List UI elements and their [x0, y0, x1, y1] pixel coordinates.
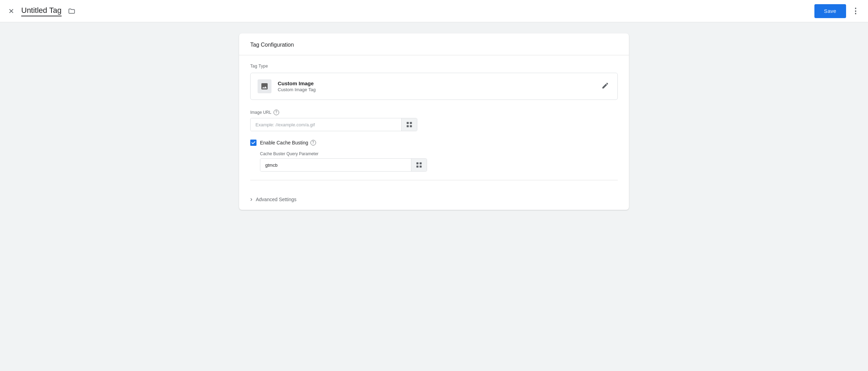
checkmark-icon: [251, 141, 255, 145]
image-url-input-group: [250, 118, 417, 131]
page-title: Untitled Tag: [21, 6, 62, 16]
more-options-button[interactable]: ⋮: [849, 4, 862, 18]
header-right: Save ⋮: [814, 4, 862, 18]
cache-busting-help-icon[interactable]: ?: [310, 140, 316, 145]
svg-rect-5: [420, 163, 422, 165]
tag-type-name: Custom Image: [278, 80, 594, 86]
cache-buster-param-section: Cache Buster Query Parameter: [260, 151, 618, 172]
svg-rect-3: [410, 125, 412, 127]
header: ✕ Untitled Tag Save ⋮: [0, 0, 868, 22]
image-url-help-icon[interactable]: ?: [274, 110, 279, 115]
folder-button[interactable]: [66, 5, 78, 17]
svg-rect-6: [417, 166, 419, 168]
cache-buster-input-group: [260, 158, 427, 172]
svg-rect-7: [420, 166, 422, 168]
image-url-section: Image URL ?: [250, 110, 618, 131]
tag-type-subtitle: Custom Image Tag: [278, 87, 594, 92]
svg-rect-4: [417, 163, 419, 165]
svg-rect-1: [410, 122, 412, 124]
cache-busting-section: Enable Cache Busting ? Cache Buster Quer…: [250, 140, 618, 172]
close-button[interactable]: ✕: [6, 5, 17, 17]
cache-buster-param-label: Cache Buster Query Parameter: [260, 151, 618, 156]
close-icon: ✕: [8, 8, 14, 15]
cache-busting-checkbox-row: Enable Cache Busting ?: [250, 140, 618, 146]
cache-busting-label: Enable Cache Busting ?: [260, 140, 316, 145]
tag-type-info: Custom Image Custom Image Tag: [278, 80, 594, 92]
cache-busting-checkbox[interactable]: [250, 140, 257, 146]
card-title: Tag Configuration: [250, 42, 294, 48]
svg-rect-0: [407, 122, 409, 124]
header-left: ✕ Untitled Tag: [6, 5, 814, 17]
cache-buster-variable-button[interactable]: [411, 159, 427, 171]
tag-type-selector[interactable]: Custom Image Custom Image Tag: [250, 73, 618, 100]
chevron-right-icon: ›: [250, 196, 252, 203]
save-button[interactable]: Save: [814, 4, 846, 18]
image-url-label: Image URL ?: [250, 110, 618, 115]
tag-type-label: Tag Type: [250, 64, 618, 69]
section-divider: [250, 180, 618, 180]
card-body: Tag Type Custom Image Custom Image Tag: [239, 55, 629, 189]
advanced-settings-label: Advanced Settings: [256, 197, 297, 202]
more-icon: ⋮: [852, 7, 860, 16]
image-url-input[interactable]: [251, 118, 401, 131]
tag-type-edit-icon[interactable]: [600, 80, 610, 93]
tag-configuration-card: Tag Configuration Tag Type Custom Image …: [239, 33, 629, 210]
main-content: Tag Configuration Tag Type Custom Image …: [0, 22, 868, 221]
folder-icon: [68, 7, 76, 15]
tag-type-image-icon: [258, 79, 271, 93]
variable-insert-icon: [406, 121, 413, 128]
tag-type-section: Tag Type Custom Image Custom Image Tag: [250, 64, 618, 100]
advanced-settings-row[interactable]: › Advanced Settings: [239, 189, 629, 210]
cache-buster-input[interactable]: [260, 159, 411, 171]
variable-insert-icon-2: [416, 161, 423, 168]
card-header: Tag Configuration: [239, 33, 629, 55]
image-url-variable-button[interactable]: [401, 118, 417, 131]
svg-rect-2: [407, 125, 409, 127]
